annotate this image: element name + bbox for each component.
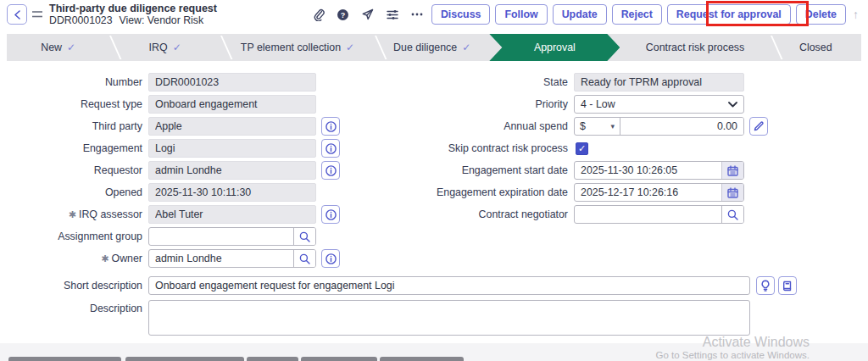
- send-plane-icon[interactable]: [361, 8, 374, 20]
- field-row-priority: Priority4 - Low: [417, 95, 768, 114]
- stage-tp-element-collection[interactable]: TP element collection✓: [220, 34, 375, 61]
- field-wrap-annual-spend: $▾: [574, 117, 744, 136]
- field-label-text: Number: [105, 76, 142, 88]
- nav-up-icon[interactable]: ↑: [853, 8, 859, 21]
- stage-irq[interactable]: IRQ✓: [109, 34, 220, 61]
- info-button-third-party[interactable]: [321, 117, 340, 136]
- field-row-short-description: Short description: [0, 276, 868, 295]
- delete-button[interactable]: Delete: [796, 4, 846, 25]
- suggestion-lightbulb-button[interactable]: [756, 276, 775, 295]
- field-label-requestor: Requestor: [0, 164, 148, 176]
- field-input-owner[interactable]: [149, 250, 293, 267]
- knowledge-book-button[interactable]: [778, 276, 797, 295]
- attachment-icon[interactable]: [313, 8, 325, 21]
- field-label-engagement: Engagement: [0, 142, 148, 154]
- pencil-icon: [754, 121, 764, 131]
- search-icon: [727, 209, 738, 220]
- field-input-opened: [148, 183, 316, 202]
- field-input-description[interactable]: [148, 300, 750, 336]
- field-input-number: [148, 73, 316, 92]
- field-wrap-engagement-expiration-date: [574, 183, 744, 202]
- related-tab[interactable]: [301, 357, 377, 361]
- field-wrap-engagement-start-date: [574, 161, 744, 180]
- header-button-row: DiscussFollowUpdateRejectRequest for app…: [431, 4, 846, 25]
- record-subtitle: DDR0001023View: Vendor Risk: [49, 14, 217, 26]
- process-flow-bar: New✓IRQ✓TP element collection✓Due dilige…: [7, 34, 861, 61]
- stage-contract-risk-process[interactable]: Contract risk process: [620, 34, 770, 61]
- stage-label: Approval: [534, 42, 576, 53]
- field-label-skip-contract-risk-process: Skip contract risk process: [417, 142, 574, 154]
- search-button-assignment-group[interactable]: [293, 228, 315, 245]
- more-icon[interactable]: [411, 13, 423, 16]
- field-input-request-type: [148, 95, 316, 114]
- info-button-requestor[interactable]: [321, 161, 340, 180]
- form-right-column: StatePriority4 - LowAnnual spend$▾Skip c…: [417, 73, 768, 271]
- info-button-owner[interactable]: [321, 249, 340, 268]
- currency-select-annual-spend[interactable]: $▾: [575, 118, 620, 135]
- reject-button[interactable]: Reject: [612, 4, 662, 25]
- stage-due-diligence[interactable]: Due diligence✓: [375, 34, 489, 61]
- field-label-priority: Priority: [417, 98, 574, 110]
- field-input-short-description[interactable]: [148, 276, 750, 295]
- field-input-state: [574, 73, 744, 92]
- field-row-assignment-group: Assignment group: [0, 227, 351, 246]
- update-button[interactable]: Update: [553, 4, 607, 25]
- discuss-button[interactable]: Discuss: [431, 4, 491, 25]
- field-label-text: Opened: [105, 186, 142, 198]
- field-input-assignment-group[interactable]: [149, 228, 293, 245]
- field-select-priority[interactable]: 4 - Low: [574, 95, 744, 114]
- info-button-engagement[interactable]: [321, 139, 340, 158]
- field-row-third-party: Third party: [0, 117, 351, 136]
- field-label-engagement-start-date: Engagement start date: [417, 164, 574, 176]
- required-marker: ✱: [69, 209, 76, 219]
- related-tab[interactable]: [247, 357, 298, 361]
- activity-stream-icon[interactable]: [386, 9, 399, 20]
- edit-currency-button[interactable]: [749, 117, 768, 136]
- calendar-button-engagement-start-date[interactable]: [721, 162, 743, 179]
- stage-label: IRQ: [149, 42, 168, 53]
- related-tab[interactable]: [380, 357, 464, 361]
- stage-label: Due diligence: [393, 42, 457, 53]
- field-input-third-party: [148, 117, 316, 136]
- selected-value: 4 - Low: [581, 98, 615, 110]
- field-label-short-description: Short description: [0, 280, 148, 292]
- field-input-engagement-start-date[interactable]: [575, 162, 721, 179]
- related-tab[interactable]: [125, 357, 244, 361]
- search-button-contract-negotiator[interactable]: [721, 206, 743, 223]
- related-tab[interactable]: [8, 357, 121, 361]
- help-icon[interactable]: ?: [337, 8, 349, 21]
- field-label-annual-spend: Annual spend: [417, 120, 574, 132]
- search-button-owner[interactable]: [293, 250, 315, 267]
- view-label: View: Vendor Risk: [120, 14, 204, 26]
- follow-button[interactable]: Follow: [495, 4, 547, 25]
- stage-new[interactable]: New✓: [7, 34, 109, 61]
- form-context-menu-icon[interactable]: [32, 10, 42, 19]
- vendor-risk-form-app: Third-party due diligence request DDR000…: [0, 0, 868, 361]
- stage-check-icon: ✓: [67, 42, 75, 53]
- form-wide-rows: Short descriptionDescription: [0, 276, 868, 336]
- calendar-button-engagement-expiration-date[interactable]: [721, 184, 743, 201]
- stage-label: TP element collection: [241, 42, 341, 53]
- field-input-annual-spend[interactable]: [620, 118, 743, 135]
- page-title: Third-party due diligence request: [49, 3, 217, 14]
- field-label-text: Assignment group: [58, 230, 142, 242]
- field-input-requestor: [148, 161, 316, 180]
- stage-check-icon: ✓: [173, 42, 181, 53]
- stage-closed[interactable]: Closed: [771, 34, 861, 61]
- request-for-approval-button[interactable]: Request for approval: [667, 4, 791, 25]
- stage-approval[interactable]: Approval: [489, 34, 620, 61]
- checkbox-skip-contract-risk-process[interactable]: ✓: [576, 142, 588, 155]
- field-input-contract-negotiator[interactable]: [575, 206, 721, 223]
- field-label-text: Description: [90, 303, 142, 314]
- field-row-irq-assessor: ✱IRQ assessor: [0, 205, 351, 224]
- field-input-engagement-expiration-date[interactable]: [575, 184, 721, 201]
- field-row-request-type: Request type: [0, 95, 351, 114]
- field-label-request-type: Request type: [0, 98, 148, 110]
- info-button-irq-assessor[interactable]: [321, 205, 340, 224]
- field-row-contract-negotiator: Contract negotiator: [417, 205, 768, 224]
- field-label-text: Skip contract risk process: [448, 142, 568, 154]
- stage-label: Closed: [799, 42, 832, 53]
- calendar-icon: [727, 187, 738, 198]
- back-button[interactable]: [7, 4, 27, 25]
- field-wrap-contract-negotiator: [574, 205, 744, 224]
